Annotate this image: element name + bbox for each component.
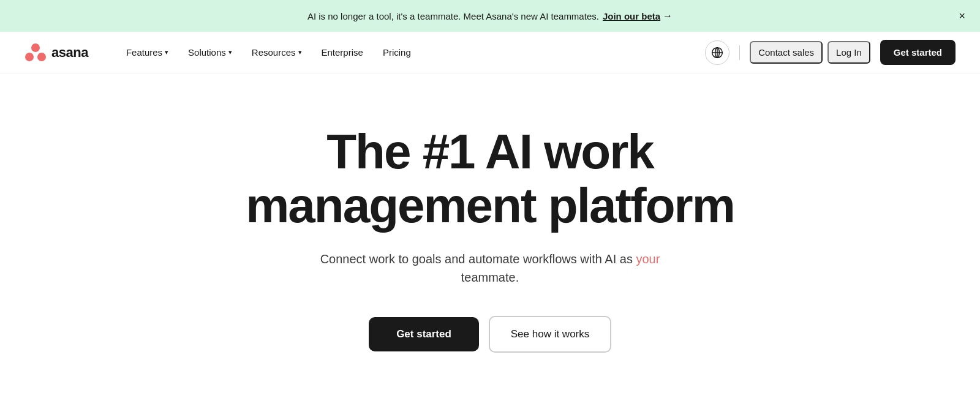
globe-icon [711,47,723,59]
hero-buttons: Get started See how it works [369,316,611,353]
chevron-down-icon: ▾ [165,48,168,56]
announcement-banner: AI is no longer a tool, it's a teammate.… [0,0,980,32]
asana-logo-icon [24,42,47,64]
banner-link[interactable]: Join our beta [603,11,660,21]
navbar: asana Features ▾ Solutions ▾ Resources ▾… [0,32,980,73]
hero-subtitle-highlight: your [636,252,660,266]
hero-title-line1: The #1 AI work [326,124,654,179]
hero-section: The #1 AI work management platform Conne… [0,73,980,392]
nav-pricing-label: Pricing [383,47,411,58]
banner-close-button[interactable]: × [959,10,965,21]
logo-text: asana [51,45,88,61]
contact-sales-button[interactable]: Contact sales [750,41,823,64]
hero-title: The #1 AI work management platform [246,125,734,233]
hero-title-line2: management platform [246,178,734,233]
svg-point-1 [25,53,34,61]
svg-point-0 [31,43,40,52]
language-selector-button[interactable] [705,40,729,65]
banner-text: AI is no longer a tool, it's a teammate.… [307,11,599,21]
nav-solutions-label: Solutions [188,47,226,58]
chevron-down-icon: ▾ [298,48,302,56]
nav-links: Features ▾ Solutions ▾ Resources ▾ Enter… [118,42,705,62]
nav-item-resources[interactable]: Resources ▾ [243,42,311,62]
get-started-nav-button[interactable]: Get started [880,40,956,65]
nav-item-pricing[interactable]: Pricing [374,42,420,62]
nav-divider [739,45,740,60]
login-button[interactable]: Log In [827,41,870,64]
nav-features-label: Features [126,47,162,58]
chevron-down-icon: ▾ [228,48,232,56]
nav-right: Contact sales Log In Get started [705,40,956,65]
nav-item-solutions[interactable]: Solutions ▾ [179,42,241,62]
hero-subtitle: Connect work to goals and automate workf… [306,250,674,287]
nav-enterprise-label: Enterprise [322,47,363,58]
get-started-hero-button[interactable]: Get started [369,317,479,351]
see-how-it-works-button[interactable]: See how it works [489,316,611,353]
logo[interactable]: asana [24,42,88,64]
nav-item-enterprise[interactable]: Enterprise [313,42,372,62]
svg-point-2 [37,53,46,61]
nav-resources-label: Resources [252,47,296,58]
banner-arrow: → [663,10,673,21]
nav-item-features[interactable]: Features ▾ [118,42,177,62]
